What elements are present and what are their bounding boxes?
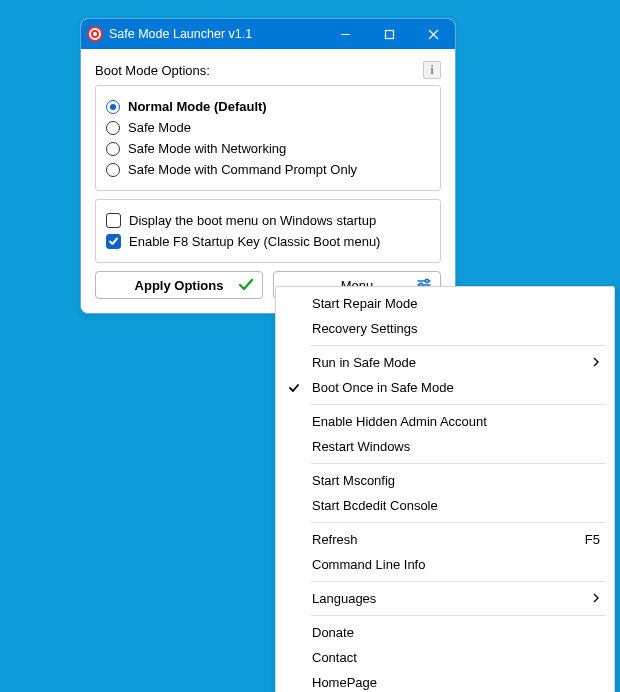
radio-group: Normal Mode (Default)Safe ModeSafe Mode …: [95, 85, 441, 191]
context-menu: Start Repair ModeRecovery SettingsRun in…: [275, 286, 615, 692]
checkbox-label: Enable F8 Startup Key (Classic Boot menu…: [129, 234, 380, 249]
menu-item-label: Enable Hidden Admin Account: [312, 414, 600, 429]
menu-item-label: Run in Safe Mode: [312, 355, 592, 370]
menu-item[interactable]: Restart Windows: [276, 434, 614, 459]
menu-separator: [310, 463, 606, 464]
minimize-button[interactable]: [323, 19, 367, 49]
menu-item[interactable]: Languages: [276, 586, 614, 611]
radio-option[interactable]: Safe Mode with Networking: [106, 138, 430, 159]
radio-icon: [106, 142, 120, 156]
radio-icon: [106, 163, 120, 177]
maximize-button[interactable]: [367, 19, 411, 49]
menu-item[interactable]: Contact: [276, 645, 614, 670]
menu-separator: [310, 615, 606, 616]
menu-item[interactable]: Boot Once in Safe Mode: [276, 375, 614, 400]
menu-item-label: Recovery Settings: [312, 321, 600, 336]
apply-button[interactable]: Apply Options: [95, 271, 263, 299]
radio-label: Safe Mode with Networking: [128, 141, 286, 156]
menu-item[interactable]: Command Line Info: [276, 552, 614, 577]
checkbox-label: Display the boot menu on Windows startup: [129, 213, 376, 228]
menu-separator: [310, 522, 606, 523]
client-area: Boot Mode Options: i Normal Mode (Defaul…: [81, 49, 455, 313]
menu-item[interactable]: Start Bcdedit Console: [276, 493, 614, 518]
checkbox-icon: [106, 213, 121, 228]
svg-point-1: [92, 31, 98, 37]
menu-item[interactable]: Enable Hidden Admin Account: [276, 409, 614, 434]
window-title: Safe Mode Launcher v1.1: [109, 27, 323, 41]
radio-icon: [106, 100, 120, 114]
menu-item-label: Start Repair Mode: [312, 296, 600, 311]
menu-item[interactable]: Donate: [276, 620, 614, 645]
chevron-right-icon: [592, 357, 600, 369]
menu-separator: [310, 404, 606, 405]
menu-item[interactable]: RefreshF5: [276, 527, 614, 552]
menu-item[interactable]: Start Repair Mode: [276, 291, 614, 316]
menu-item-label: Boot Once in Safe Mode: [312, 380, 600, 395]
app-icon: [87, 26, 103, 42]
menu-item[interactable]: HomePage: [276, 670, 614, 692]
menu-item-accel: F5: [585, 532, 600, 547]
menu-separator: [310, 581, 606, 582]
info-icon[interactable]: i: [423, 61, 441, 79]
menu-item-label: Languages: [312, 591, 592, 606]
checkbox-group: Display the boot menu on Windows startup…: [95, 199, 441, 263]
window-controls: [323, 19, 455, 49]
checkbox-option[interactable]: Enable F8 Startup Key (Classic Boot menu…: [106, 231, 430, 252]
svg-point-7: [425, 279, 428, 282]
close-button[interactable]: [411, 19, 455, 49]
checkbox-icon: [106, 234, 121, 249]
radio-icon: [106, 121, 120, 135]
menu-item-label: Contact: [312, 650, 600, 665]
menu-item-label: HomePage: [312, 675, 600, 690]
radio-label: Safe Mode with Command Prompt Only: [128, 162, 357, 177]
menu-item-label: Start Msconfig: [312, 473, 600, 488]
menu-item[interactable]: Start Msconfig: [276, 468, 614, 493]
main-window: Safe Mode Launcher v1.1 Boot Mode Option…: [80, 18, 456, 314]
menu-item-label: Restart Windows: [312, 439, 600, 454]
menu-item-label: Donate: [312, 625, 600, 640]
radio-label: Safe Mode: [128, 120, 191, 135]
menu-separator: [310, 345, 606, 346]
checkbox-option[interactable]: Display the boot menu on Windows startup: [106, 210, 430, 231]
menu-item-label: Start Bcdedit Console: [312, 498, 600, 513]
radio-label: Normal Mode (Default): [128, 99, 267, 114]
menu-item[interactable]: Run in Safe Mode: [276, 350, 614, 375]
radio-option[interactable]: Normal Mode (Default): [106, 96, 430, 117]
svg-rect-3: [385, 30, 393, 38]
titlebar[interactable]: Safe Mode Launcher v1.1: [81, 19, 455, 49]
radio-option[interactable]: Safe Mode: [106, 117, 430, 138]
apply-button-label: Apply Options: [135, 278, 224, 293]
menu-item[interactable]: Recovery Settings: [276, 316, 614, 341]
radio-option[interactable]: Safe Mode with Command Prompt Only: [106, 159, 430, 180]
section-heading: Boot Mode Options:: [95, 63, 423, 78]
section-header: Boot Mode Options: i: [95, 59, 441, 85]
menu-item-label: Command Line Info: [312, 557, 600, 572]
chevron-right-icon: [592, 593, 600, 605]
menu-check-slot: [286, 382, 302, 394]
menu-item-label: Refresh: [312, 532, 585, 547]
check-icon: [238, 277, 254, 293]
